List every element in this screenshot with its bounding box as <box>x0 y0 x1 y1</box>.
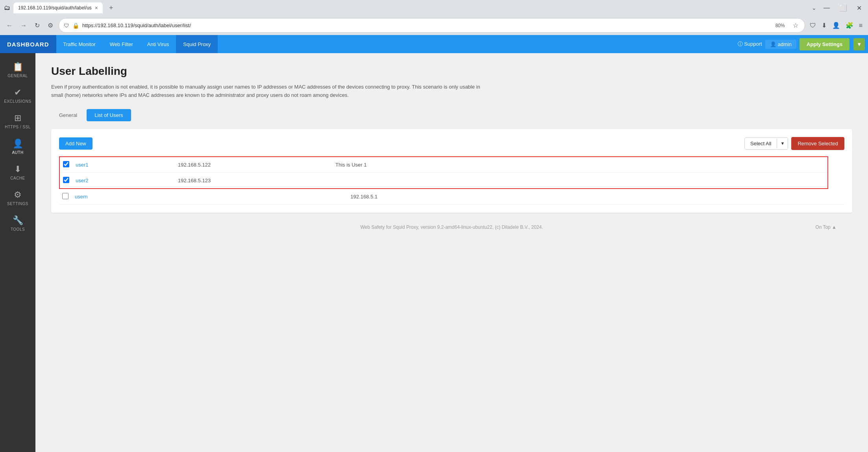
admin-icon: 👤 <box>770 41 776 47</box>
select-all-button[interactable]: Select All <box>745 138 777 149</box>
table-actions: Select All ▼ Remove Selected <box>744 137 844 150</box>
sidebar-item-settings[interactable]: ⚙ SETTINGS <box>0 185 35 211</box>
usern-checkbox[interactable] <box>62 193 68 199</box>
table-row: user2 192.168.5.123 <box>59 172 828 189</box>
user2-checkbox[interactable] <box>63 177 69 183</box>
header-right: ⓘ Support 👤 admin Apply Settings ▼ <box>738 35 868 53</box>
nav-squid-proxy[interactable]: Squid Proxy <box>176 35 218 53</box>
sidebar-label-settings: SETTINGS <box>7 202 28 206</box>
sidebar-label-cache: CACHE <box>10 176 25 180</box>
account-icon[interactable]: 👤 <box>831 20 842 31</box>
cache-icon: ⬇ <box>14 164 21 174</box>
minimize-button[interactable]: — <box>821 4 832 12</box>
apply-settings-button[interactable]: Apply Settings <box>800 38 849 50</box>
refresh-button[interactable]: ↻ <box>32 20 42 31</box>
sidebar-label-auth: AUTH <box>12 150 23 155</box>
browser-tab[interactable]: 192.168.10.119/squid/auth/label/us × <box>13 2 103 13</box>
tab-list-of-users[interactable]: List of Users <box>87 109 131 121</box>
usern-link[interactable]: usern <box>75 194 88 200</box>
bookmark-icon[interactable]: ☆ <box>791 20 800 31</box>
page-footer: Web Safety for Squid Proxy, version 9.2-… <box>51 213 852 234</box>
dashboard-logo: DASHBOARD <box>0 35 56 53</box>
lock-icon: 🔒 <box>72 22 79 29</box>
https-ssl-icon: ⊞ <box>14 113 21 123</box>
forward-button[interactable]: → <box>18 20 29 31</box>
download-icon[interactable]: ⬇ <box>820 20 828 31</box>
main-nav: Traffic Monitor Web Filter Anti Virus Sq… <box>56 35 218 53</box>
pocket-icon[interactable]: 🛡 <box>808 20 818 31</box>
general-icon: 📋 <box>13 62 23 72</box>
sidebar-item-general[interactable]: 📋 GENERAL <box>0 57 35 83</box>
app-header: DASHBOARD Traffic Monitor Web Filter Ant… <box>0 35 868 53</box>
address-input[interactable] <box>82 22 769 28</box>
user1-checkbox[interactable] <box>63 161 69 167</box>
table-toolbar: Add New Select All ▼ Remove Selected <box>59 137 844 150</box>
address-bar-container: 🛡 🔒 80% ☆ <box>59 18 805 33</box>
nav-traffic-monitor[interactable]: Traffic Monitor <box>56 35 103 53</box>
sidebar-item-exclusions[interactable]: ✔ EXCLUSIONS <box>0 83 35 108</box>
table-row: user1 192.168.5.122 This is User 1 <box>59 157 828 173</box>
exclusions-icon: ✔ <box>14 87 21 98</box>
admin-button[interactable]: 👤 admin <box>765 40 796 49</box>
sidebar-item-https-ssl[interactable]: ⊞ HTTPS / SSL <box>0 108 35 134</box>
new-tab-button[interactable]: + <box>106 3 117 13</box>
main-layout: 📋 GENERAL ✔ EXCLUSIONS ⊞ HTTPS / SSL 👤 A… <box>0 53 868 452</box>
sidebar-label-tools: TOOLS <box>11 227 25 232</box>
tab-close-icon[interactable]: × <box>95 5 98 11</box>
select-all-group: Select All ▼ <box>744 137 788 150</box>
user2-link[interactable]: user2 <box>76 178 89 183</box>
sidebar-item-cache[interactable]: ⬇ CACHE <box>0 159 35 185</box>
extensions-icon[interactable]: 🧩 <box>844 20 855 31</box>
usern-comment-cell <box>828 189 844 205</box>
menu-icon[interactable]: ≡ <box>857 20 864 31</box>
sidebar: 📋 GENERAL ✔ EXCLUSIONS ⊞ HTTPS / SSL 👤 A… <box>0 53 35 452</box>
home-button[interactable]: ⚙ <box>45 20 56 31</box>
table-card: Add New Select All ▼ Remove Selected <box>51 129 852 213</box>
sidebar-item-auth[interactable]: 👤 AUTH <box>0 134 35 159</box>
back-button[interactable]: ← <box>4 20 15 31</box>
browser-titlebar: 🗂 192.168.10.119/squid/auth/label/us × +… <box>0 0 868 16</box>
user2-checkbox-cell <box>59 172 72 189</box>
support-button[interactable]: ⓘ Support <box>738 41 762 48</box>
browser-chrome: 🗂 192.168.10.119/squid/auth/label/us × +… <box>0 0 868 35</box>
close-button[interactable]: ✕ <box>854 4 864 13</box>
nav-anti-virus[interactable]: Anti Virus <box>140 35 176 53</box>
auth-icon: 👤 <box>13 139 23 149</box>
user2-comment-cell <box>332 172 828 189</box>
nav-web-filter[interactable]: Web Filter <box>103 35 140 53</box>
user2-ip-cell: 192.168.5.123 <box>175 172 332 189</box>
sidebar-label-https-ssl: HTTPS / SSL <box>5 125 31 129</box>
dropdown-icon: ⌄ <box>812 5 816 11</box>
maximize-button[interactable]: ⬜ <box>837 4 849 13</box>
window-controls: ⌄ — ⬜ ✕ <box>812 4 864 13</box>
select-all-dropdown[interactable]: ▼ <box>777 138 788 148</box>
apply-settings-arrow[interactable]: ▼ <box>853 38 865 50</box>
add-new-button[interactable]: Add New <box>59 137 93 150</box>
user1-ip-cell: 192.168.5.122 <box>175 157 332 173</box>
user1-link[interactable]: user1 <box>76 162 89 168</box>
usern-ip-cell: 192.168.5.1 <box>347 189 828 205</box>
toolbar-icons: 🛡 ⬇ 👤 🧩 ≡ <box>808 20 864 31</box>
user1-checkbox-cell <box>59 157 72 173</box>
on-top-link[interactable]: On Top ▲ <box>815 224 837 230</box>
tools-icon: 🔧 <box>13 215 23 226</box>
tab-url: 192.168.10.119/squid/auth/label/us <box>18 5 92 11</box>
zoom-level: 80% <box>772 23 788 28</box>
table-row: usern 192.168.5.1 <box>59 189 844 205</box>
sidebar-item-tools[interactable]: 🔧 TOOLS <box>0 211 35 236</box>
browser-toolbar: ← → ↻ ⚙ 🛡 🔒 80% ☆ 🛡 ⬇ 👤 🧩 ≡ <box>0 16 868 35</box>
security-icon: 🛡 <box>64 22 69 29</box>
user1-comment-cell: This is User 1 <box>332 157 828 173</box>
user2-name-cell: user2 <box>72 172 175 189</box>
page-title: User Labelling <box>51 65 852 78</box>
tab-general[interactable]: General <box>51 109 85 121</box>
remove-selected-button[interactable]: Remove Selected <box>791 137 844 150</box>
footer-text: Web Safety for Squid Proxy, version 9.2-… <box>360 224 543 230</box>
user1-name-cell: user1 <box>72 157 175 173</box>
sidebar-label-general: GENERAL <box>7 74 28 78</box>
usern-checkbox-cell <box>59 189 72 205</box>
browser-tab-icon: 🗂 <box>4 4 10 11</box>
usern-name-cell: usern <box>72 189 347 205</box>
tab-bar: General List of Users <box>51 109 852 121</box>
sidebar-label-exclusions: EXCLUSIONS <box>4 99 31 104</box>
